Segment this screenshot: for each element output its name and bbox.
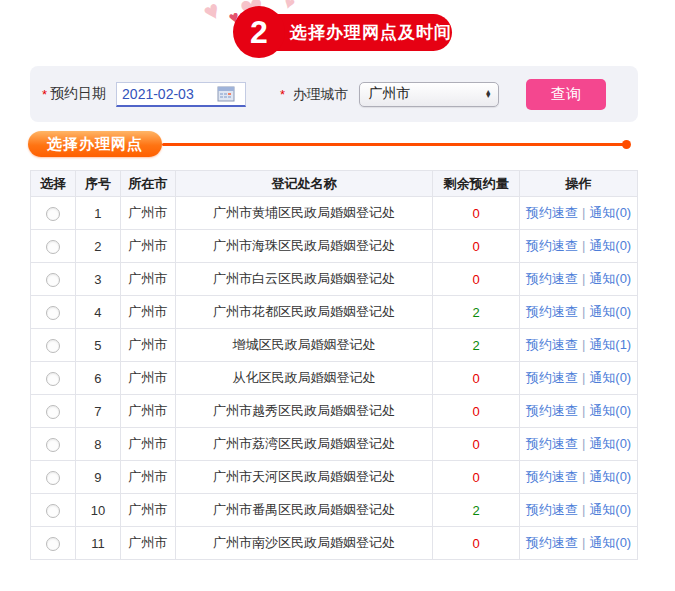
radio-button[interactable] — [46, 273, 60, 287]
quick-check-link[interactable]: 预约速查 — [526, 304, 578, 319]
table-row: 1 广州市 广州市黄埔区民政局婚姻登记处 0 预约速查|通知(0) — [31, 197, 638, 230]
notice-link[interactable]: 通知(0) — [589, 436, 631, 451]
table-row: 8 广州市 广州市荔湾区民政局婚姻登记处 0 预约速查|通知(0) — [31, 428, 638, 461]
link-separator: | — [582, 271, 585, 286]
notice-link[interactable]: 通知(0) — [589, 205, 631, 220]
registry-name-cell: 广州市花都区民政局婚姻登记处 — [175, 296, 433, 329]
col-header-actions: 操作 — [520, 171, 638, 197]
remaining-cell: 0 — [433, 362, 520, 395]
query-button[interactable]: 查询 — [526, 79, 606, 110]
quick-check-link[interactable]: 预约速查 — [526, 469, 578, 484]
link-separator: | — [582, 436, 585, 451]
registry-name-cell: 从化区民政局婚姻登记处 — [175, 362, 433, 395]
quick-check-link[interactable]: 预约速查 — [526, 370, 578, 385]
appointment-date-input[interactable] — [117, 86, 217, 102]
table-row: 5 广州市 增城区民政局婚姻登记处 2 预约速查|通知(1) — [31, 329, 638, 362]
seq-cell: 9 — [75, 461, 120, 494]
notice-link[interactable]: 通知(0) — [589, 271, 631, 286]
quick-check-link[interactable]: 预约速查 — [526, 502, 578, 517]
radio-button[interactable] — [46, 504, 60, 518]
notice-link[interactable]: 通知(0) — [589, 469, 631, 484]
registry-table: 选择 序号 所在市 登记处名称 剩余预约量 操作 1 广州市 广州市黄埔区民政局… — [30, 170, 638, 560]
link-separator: | — [582, 337, 585, 352]
step-number-badge: 2 — [233, 6, 285, 58]
registry-name-cell: 广州市白云区民政局婚姻登记处 — [175, 263, 433, 296]
table-row: 4 广州市 广州市花都区民政局婚姻登记处 2 预约速查|通知(0) — [31, 296, 638, 329]
city-select[interactable]: 广州市 ▲▼ — [359, 82, 499, 107]
seq-cell: 11 — [75, 527, 120, 560]
registry-name-cell: 广州市荔湾区民政局婚姻登记处 — [175, 428, 433, 461]
table-row: 2 广州市 广州市海珠区民政局婚姻登记处 0 预约速查|通知(0) — [31, 230, 638, 263]
table-row: 7 广州市 广州市越秀区民政局婚姻登记处 0 预约速查|通知(0) — [31, 395, 638, 428]
query-form-panel: * 预约日期 * 办理城市 广州市 ▲▼ 查询 — [30, 66, 638, 122]
city-cell: 广州市 — [120, 527, 175, 560]
notice-link[interactable]: 通知(0) — [589, 535, 631, 550]
col-header-registry-name: 登记处名称 — [175, 171, 433, 197]
notice-link[interactable]: 通知(0) — [589, 502, 631, 517]
seq-cell: 8 — [75, 428, 120, 461]
radio-button[interactable] — [46, 306, 60, 320]
actions-cell: 预约速查|通知(0) — [520, 461, 638, 494]
city-cell: 广州市 — [120, 461, 175, 494]
link-separator: | — [582, 535, 585, 550]
remaining-cell: 0 — [433, 461, 520, 494]
select-cell — [31, 362, 76, 395]
city-cell: 广州市 — [120, 494, 175, 527]
city-cell: 广州市 — [120, 296, 175, 329]
link-separator: | — [582, 238, 585, 253]
radio-button[interactable] — [46, 339, 60, 353]
radio-button[interactable] — [46, 537, 60, 551]
notice-link[interactable]: 通知(0) — [589, 403, 631, 418]
required-asterisk: * — [42, 87, 47, 102]
link-separator: | — [582, 403, 585, 418]
table-header-row: 选择 序号 所在市 登记处名称 剩余预约量 操作 — [31, 171, 638, 197]
quick-check-link[interactable]: 预约速查 — [526, 403, 578, 418]
registry-name-cell: 广州市黄埔区民政局婚姻登记处 — [175, 197, 433, 230]
radio-button[interactable] — [46, 471, 60, 485]
notice-link[interactable]: 通知(0) — [589, 304, 631, 319]
remaining-cell: 2 — [433, 329, 520, 362]
seq-cell: 4 — [75, 296, 120, 329]
quick-check-link[interactable]: 预约速查 — [526, 337, 578, 352]
quick-check-link[interactable]: 预约速查 — [526, 436, 578, 451]
seq-cell: 10 — [75, 494, 120, 527]
actions-cell: 预约速查|通知(0) — [520, 362, 638, 395]
city-cell: 广州市 — [120, 395, 175, 428]
col-header-city: 所在市 — [120, 171, 175, 197]
registry-name-cell: 广州市天河区民政局婚姻登记处 — [175, 461, 433, 494]
radio-button[interactable] — [46, 240, 60, 254]
date-label: 预约日期 — [50, 85, 106, 103]
link-separator: | — [582, 502, 585, 517]
quick-check-link[interactable]: 预约速查 — [526, 238, 578, 253]
link-separator: | — [582, 370, 585, 385]
seq-cell: 2 — [75, 230, 120, 263]
table-body: 1 广州市 广州市黄埔区民政局婚姻登记处 0 预约速查|通知(0) 2 广州市 … — [31, 197, 638, 560]
quick-check-link[interactable]: 预约速查 — [526, 205, 578, 220]
table-row: 9 广州市 广州市天河区民政局婚姻登记处 0 预约速查|通知(0) — [31, 461, 638, 494]
actions-cell: 预约速查|通知(0) — [520, 263, 638, 296]
radio-button[interactable] — [46, 405, 60, 419]
notice-link[interactable]: 通知(0) — [589, 370, 631, 385]
quick-check-link[interactable]: 预约速查 — [526, 271, 578, 286]
notice-link[interactable]: 通知(1) — [589, 337, 631, 352]
table-row: 11 广州市 广州市南沙区民政局婚姻登记处 0 预约速查|通知(0) — [31, 527, 638, 560]
appointment-date-field[interactable] — [116, 82, 246, 107]
select-cell — [31, 197, 76, 230]
seq-cell: 5 — [75, 329, 120, 362]
col-header-remaining: 剩余预约量 — [433, 171, 520, 197]
radio-button[interactable] — [46, 207, 60, 221]
radio-button[interactable] — [46, 438, 60, 452]
city-cell: 广州市 — [120, 230, 175, 263]
seq-cell: 3 — [75, 263, 120, 296]
notice-link[interactable]: 通知(0) — [589, 238, 631, 253]
city-cell: 广州市 — [120, 197, 175, 230]
registry-name-cell: 广州市海珠区民政局婚姻登记处 — [175, 230, 433, 263]
required-asterisk: * — [280, 87, 285, 102]
actions-cell: 预约速查|通知(0) — [520, 428, 638, 461]
actions-cell: 预约速查|通知(0) — [520, 395, 638, 428]
remaining-cell: 0 — [433, 527, 520, 560]
calendar-icon[interactable] — [217, 86, 235, 102]
radio-button[interactable] — [46, 372, 60, 386]
quick-check-link[interactable]: 预约速查 — [526, 535, 578, 550]
city-cell: 广州市 — [120, 428, 175, 461]
